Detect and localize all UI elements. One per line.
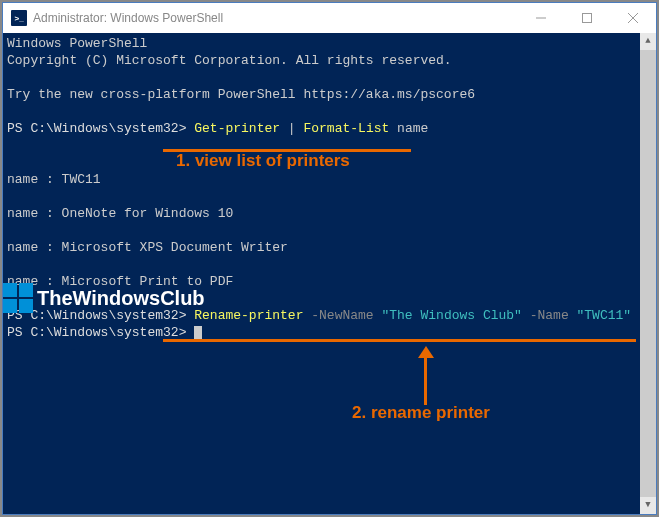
- command-line-1: PS C:\Windows\system32> Get-printer | Fo…: [7, 120, 652, 137]
- window-controls: [518, 3, 656, 33]
- window-title: Administrator: Windows PowerShell: [33, 11, 518, 25]
- annotation-underline: [163, 339, 636, 342]
- cmd-value: "The Windows Club": [381, 308, 521, 323]
- cmd-param: -NewName: [303, 308, 381, 323]
- prompt: PS C:\Windows\system32>: [7, 121, 194, 136]
- annotation-arrow: [424, 355, 427, 405]
- scrollbar-thumb[interactable]: [640, 50, 656, 497]
- vertical-scrollbar[interactable]: ▲ ▼: [640, 33, 656, 514]
- powershell-icon: [11, 10, 27, 26]
- cmd-token: Get-printer: [194, 121, 280, 136]
- scroll-down-button[interactable]: ▼: [640, 497, 656, 514]
- minimize-button[interactable]: [518, 3, 564, 33]
- annotation-step1: 1. view list of printers: [176, 152, 350, 169]
- prompt: PS C:\Windows\system32>: [7, 325, 194, 340]
- terminal-text: Windows PowerShell: [7, 35, 652, 52]
- terminal-text: Try the new cross-platform PowerShell ht…: [7, 86, 652, 103]
- output-line: name : TWC11: [7, 171, 652, 188]
- cmd-token: |: [280, 121, 303, 136]
- scrollbar-track[interactable]: [640, 50, 656, 497]
- terminal-text: Copyright (C) Microsoft Corporation. All…: [7, 52, 652, 69]
- cursor: [194, 326, 202, 340]
- terminal-blank: [7, 222, 652, 239]
- output-line: name : OneNote for Windows 10: [7, 205, 652, 222]
- powershell-window: Administrator: Windows PowerShell Window…: [2, 2, 657, 515]
- terminal-blank: [7, 256, 652, 273]
- windows-logo-icon: [3, 283, 33, 313]
- close-button[interactable]: [610, 3, 656, 33]
- terminal-blank: [7, 188, 652, 205]
- annotation-arrow-head: [418, 346, 434, 358]
- cmd-param: -Name: [522, 308, 577, 323]
- logo-text: TheWindowsClub: [37, 290, 205, 307]
- svg-rect-1: [583, 14, 592, 23]
- cmd-value: "TWC11": [577, 308, 632, 323]
- cmd-token: name: [389, 121, 428, 136]
- cmd-token: Rename-printer: [194, 308, 303, 323]
- terminal-blank: [7, 103, 652, 120]
- maximize-button[interactable]: [564, 3, 610, 33]
- watermark-logo: TheWindowsClub: [3, 283, 205, 313]
- titlebar[interactable]: Administrator: Windows PowerShell: [3, 3, 656, 33]
- cmd-token: Format-List: [303, 121, 389, 136]
- output-line: name : Microsoft XPS Document Writer: [7, 239, 652, 256]
- annotation-step2: 2. rename printer: [352, 404, 490, 421]
- scroll-up-button[interactable]: ▲: [640, 33, 656, 50]
- terminal-blank: [7, 69, 652, 86]
- terminal-area[interactable]: Windows PowerShell Copyright (C) Microso…: [3, 33, 656, 514]
